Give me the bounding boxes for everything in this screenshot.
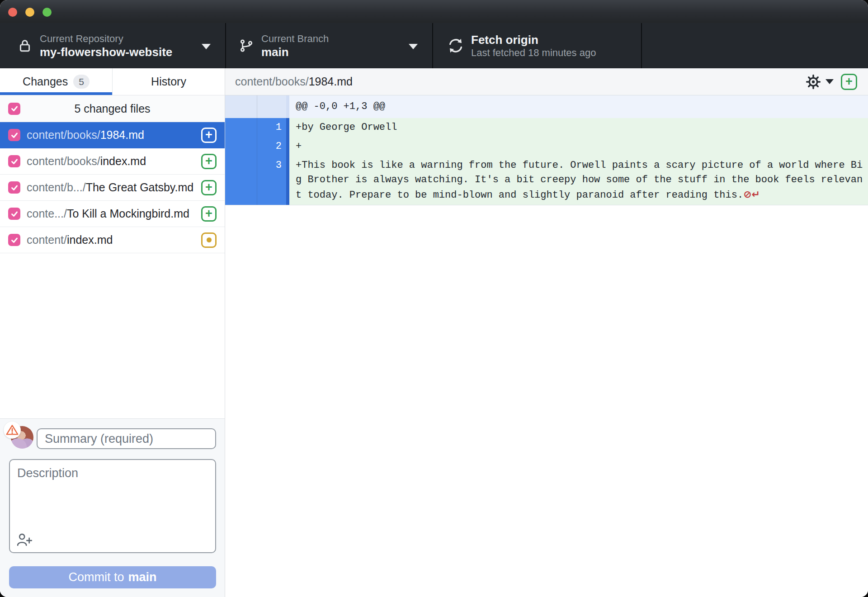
sidebar-tabs: Changes 5 History (0, 68, 225, 95)
commit-button[interactable]: Commit to main (9, 566, 216, 588)
file-added-icon: + (201, 206, 217, 222)
github-desktop-window: Current Repository my-flowershow-website… (0, 0, 868, 597)
fetch-origin-button[interactable]: Fetch origin Last fetched 18 minutes ago (432, 23, 641, 68)
repo-label: Current Repository (40, 34, 172, 44)
close-button[interactable] (8, 8, 17, 17)
lock-icon (17, 38, 33, 53)
sidebar: Changes 5 History 5 changed files conten… (0, 68, 225, 597)
file-path-prefix: content/books/ (27, 128, 100, 141)
diff-gutter-old[interactable] (225, 137, 257, 156)
file-name: The Great Gatsby.md (86, 181, 194, 194)
toolbar-spacer (641, 23, 868, 68)
file-added-icon: + (201, 180, 217, 195)
file-row[interactable]: content/b.../The Great Gatsby.md + (0, 175, 225, 201)
diff-gutter-new[interactable]: 3 (257, 156, 286, 205)
file-row[interactable]: content/books/index.md + (0, 148, 225, 175)
file-checkbox[interactable] (8, 129, 20, 141)
file-checkbox[interactable] (8, 155, 20, 167)
file-path-prefix: conte.../ (27, 207, 67, 220)
diff-gutter-old[interactable] (225, 156, 257, 205)
diff-content: @@ -0,0 +1,3 @@ 1 +by George Orwell 2 + (225, 95, 868, 205)
current-branch-dropdown[interactable]: Current Branch main (225, 23, 432, 68)
branch-label: Current Branch (261, 34, 329, 44)
changed-files-count: 5 changed files (0, 102, 225, 115)
no-newline-icon: ⊘↵ (743, 189, 760, 200)
git-branch-icon (239, 38, 254, 53)
fetch-title: Fetch origin (471, 34, 596, 46)
chevron-down-icon (202, 44, 211, 49)
diff-line: 1 +by George Orwell (225, 118, 868, 137)
commit-panel: Commit to main (0, 418, 225, 597)
changes-count-badge: 5 (73, 75, 90, 89)
zoom-button[interactable] (42, 8, 52, 17)
changed-files-summary-row[interactable]: 5 changed files (0, 95, 225, 122)
commit-button-prefix: Commit to (68, 570, 124, 584)
diff-options-button[interactable] (806, 74, 834, 90)
file-path-prefix: content/b.../ (27, 181, 86, 194)
toolbar: Current Repository my-flowershow-website… (0, 23, 868, 68)
diff-line-text: +by George Orwell (289, 118, 868, 137)
diff-line: 3 +This book is like a warning from the … (225, 156, 868, 205)
tab-changes[interactable]: Changes 5 (0, 68, 112, 95)
diff-file-path-prefix: content/books/ (235, 75, 309, 88)
file-row[interactable]: content/index.md (0, 227, 225, 253)
tab-history[interactable]: History (112, 68, 225, 95)
file-name: To Kill a Mockingbird.md (67, 207, 189, 220)
file-added-icon: + (201, 128, 217, 143)
diff-file-name: 1984.md (309, 75, 353, 88)
sync-icon (448, 38, 464, 54)
commit-description-wrap (9, 459, 216, 553)
branch-name: main (261, 46, 329, 58)
tab-changes-label: Changes (23, 75, 68, 88)
file-name: index.md (100, 155, 146, 167)
file-row[interactable]: conte.../To Kill a Mockingbird.md + (0, 201, 225, 227)
current-repository-dropdown[interactable]: Current Repository my-flowershow-website (0, 23, 225, 68)
file-added-icon: + (841, 74, 857, 90)
file-modified-icon (201, 232, 217, 248)
diff-line: 2 + (225, 137, 868, 156)
tab-history-label: History (151, 75, 186, 88)
repo-name: my-flowershow-website (40, 46, 172, 58)
file-path-prefix: content/books/ (27, 155, 100, 167)
diff-line-text: +This book is like a warning from the fu… (289, 156, 868, 205)
commit-description-input[interactable] (9, 459, 216, 553)
file-added-icon: + (201, 154, 217, 169)
warning-icon[interactable] (4, 422, 21, 439)
file-row[interactable]: content/books/1984.md + (0, 122, 225, 148)
file-name: index.md (67, 233, 113, 246)
chevron-down-icon (826, 79, 834, 84)
commit-button-branch: main (128, 570, 157, 584)
diff-file-title: content/books/1984.md (235, 75, 806, 88)
diff-gutter-old[interactable] (225, 118, 257, 137)
commit-summary-input[interactable] (37, 428, 216, 449)
fetch-subtitle: Last fetched 18 minutes ago (471, 48, 596, 58)
titlebar (0, 0, 868, 23)
hunk-header-text: @@ -0,0 +1,3 @@ (289, 95, 868, 118)
file-checkbox[interactable] (8, 234, 20, 246)
file-checkbox[interactable] (8, 181, 20, 194)
diff-panel: content/books/1984.md (225, 68, 868, 597)
diff-gutter-new[interactable]: 2 (257, 137, 286, 156)
hunk-header-row: @@ -0,0 +1,3 @@ (225, 95, 868, 118)
chevron-down-icon (409, 44, 418, 49)
diff-header: content/books/1984.md (225, 68, 868, 95)
diff-gutter-new[interactable]: 1 (257, 118, 286, 137)
file-name: 1984.md (100, 128, 144, 141)
diff-line-text: + (289, 137, 868, 156)
minimize-button[interactable] (25, 8, 34, 17)
add-coauthor-icon[interactable] (16, 532, 33, 547)
gear-icon (806, 74, 821, 90)
file-checkbox[interactable] (8, 208, 20, 220)
file-path-prefix: content/ (27, 233, 67, 246)
